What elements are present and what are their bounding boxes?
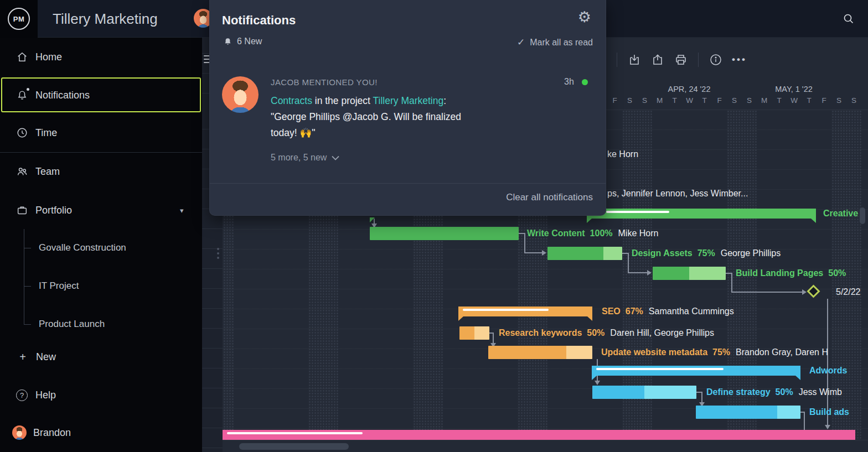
tree-tick [24, 286, 31, 287]
vertical-scrollbar[interactable] [860, 207, 865, 224]
show-more-button[interactable]: 5 more, 5 new [271, 153, 339, 163]
gantt-bar-build-ads[interactable] [696, 406, 800, 419]
mark-all-read-button[interactable]: ✓Mark all as read [517, 37, 593, 48]
task-label: Define strategy [706, 387, 771, 397]
project-label: Govalle Construction [39, 242, 126, 253]
sidebar-item-user[interactable]: Brandon [0, 423, 202, 443]
assignee-text: Samantha Cummings [649, 306, 734, 316]
dependency-arrow [802, 289, 807, 295]
app-logo[interactable]: PM [0, 0, 38, 38]
day-label: F [712, 96, 727, 105]
check-icon: ✓ [517, 37, 525, 48]
gantt-bar-design-assets[interactable] [547, 247, 622, 260]
toolbar-divider [617, 53, 617, 67]
gantt-toolbar: ••• [588, 50, 751, 70]
sidebar-item-label: Help [35, 389, 56, 401]
sidebar-project-govalle[interactable]: Govalle Construction [39, 240, 126, 256]
notification-line-2: "George Phillips @Jacob G. Will be final… [271, 111, 461, 123]
unread-dot [582, 79, 588, 85]
sidebar-item-new[interactable]: + New [0, 347, 202, 367]
info-icon[interactable] [709, 53, 722, 66]
task-percent: 50% [776, 387, 793, 397]
sidebar-item-team[interactable]: Team [0, 162, 202, 181]
project-label: Product Launch [39, 319, 105, 330]
sidebar-item-label: New [36, 351, 56, 363]
sidebar-divider [0, 152, 202, 153]
sidebar-project-it[interactable]: IT Project [39, 278, 79, 294]
sidebar-item-label: Team [35, 166, 60, 178]
day-label: S [831, 96, 846, 105]
sidebar-item-label: Portfolio [35, 205, 72, 216]
plus-icon: + [17, 351, 28, 363]
share-icon[interactable] [651, 53, 664, 66]
task-label: Write Content [527, 228, 585, 238]
sidebar-project-product-launch[interactable]: Product Launch [39, 316, 105, 332]
project-label: IT Project [39, 280, 79, 292]
notification-time: 3h [564, 77, 574, 87]
download-icon[interactable] [628, 53, 641, 66]
bell-icon [223, 37, 232, 46]
task-label: Design Assets [632, 248, 693, 258]
day-label: T [772, 96, 787, 105]
task-link[interactable]: Contracts [271, 95, 312, 106]
gantt-bar-write-content[interactable] [370, 227, 519, 240]
search-icon[interactable] [839, 9, 858, 28]
mark-all-label: Mark all as read [530, 38, 593, 47]
day-label: S [742, 96, 757, 105]
notification-heading: JACOB MENTIONED YOU! [271, 77, 378, 87]
dependency-arrow [542, 250, 546, 256]
drag-handle-icon[interactable] [217, 248, 219, 261]
task-percent: 100% [590, 228, 613, 238]
gantt-bar-creative[interactable] [587, 209, 816, 219]
sidebar-item-home[interactable]: Home [0, 47, 202, 67]
gantt-bar-adwords[interactable] [592, 366, 800, 376]
assignee-text: Daren Hill, George Phillips [610, 328, 714, 337]
gantt-bar-seo[interactable] [458, 306, 592, 316]
panel-title: Notifications [222, 13, 296, 28]
tree-tick [24, 248, 31, 248]
gantt-bar-update-website-metadata[interactable] [488, 346, 592, 359]
user-avatar [12, 425, 27, 440]
assignee-text: Mike Horn [618, 228, 659, 238]
sidebar-item-portfolio[interactable]: Portfolio ▾ [0, 200, 202, 220]
dependency-line [731, 273, 732, 293]
gantt-bar-project-summary[interactable] [223, 430, 855, 440]
day-label: S [637, 96, 652, 105]
task-label: Build ads [809, 407, 849, 417]
day-label: T [802, 96, 817, 105]
horizontal-scrollbar[interactable] [239, 443, 349, 450]
dependency-line [804, 412, 805, 430]
gear-icon[interactable]: ⚙ [578, 10, 591, 25]
sidebar-item-notifications[interactable]: Notifications [0, 85, 202, 105]
notification-line-1: Contracts in the project Tillery Marketi… [271, 95, 446, 107]
sidebar-item-time[interactable]: Time [0, 123, 202, 143]
assignee-text: ps, Jennifer Lennon, Jess Wimber... [607, 189, 748, 199]
day-label: S [622, 96, 637, 105]
sender-avatar[interactable] [222, 76, 259, 113]
project-link[interactable]: Tillery Marketing [373, 95, 444, 106]
project-title: Tillery Marketing [53, 0, 158, 38]
gantt-bar-define-strategy[interactable] [592, 386, 696, 399]
dependency-arrow [825, 425, 830, 429]
question-icon: ? [16, 389, 28, 401]
new-count: 6 New [223, 37, 262, 46]
dependency-line [628, 272, 647, 273]
sidebar-item-label: Home [35, 51, 62, 63]
task-percent: 50% [587, 328, 604, 337]
chevron-down-icon[interactable]: ▾ [180, 206, 184, 215]
notification-badge-dot [27, 88, 29, 91]
assignee-text: George Phillips [721, 248, 781, 258]
gantt-bar-research-keywords[interactable] [459, 326, 489, 340]
more-icon[interactable]: ••• [732, 54, 747, 65]
task-percent: 67% [626, 306, 643, 316]
gantt-bar-build-landing-pages[interactable] [653, 267, 726, 280]
print-icon[interactable] [674, 53, 688, 66]
dependency-line [374, 219, 375, 224]
sidebar-item-help[interactable]: ? Help [0, 385, 202, 405]
milestone-date: 5/2/22 [836, 285, 868, 299]
dependency-arrow [595, 381, 600, 385]
show-more-label: 5 more, 5 new [271, 153, 327, 163]
dependency-line [628, 253, 629, 273]
clear-all-button[interactable]: Clear all notifications [506, 192, 593, 203]
notification-text: in the project [312, 95, 373, 106]
